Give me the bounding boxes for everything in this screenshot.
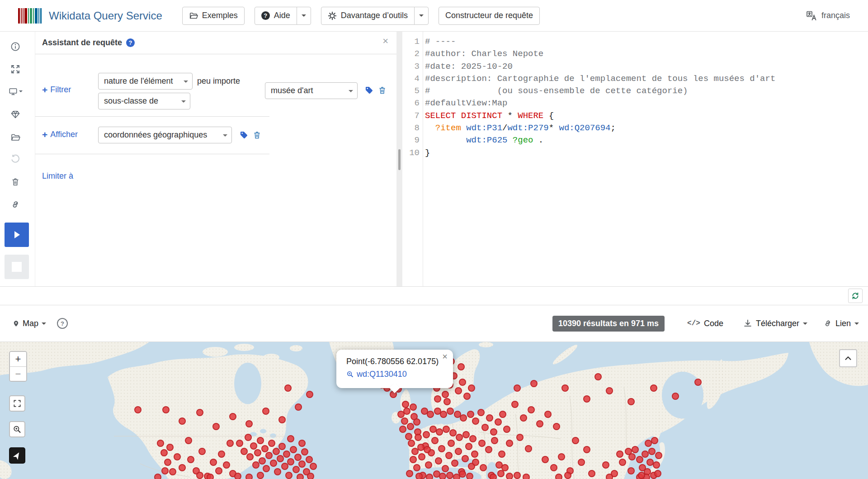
map-marker[interactable]	[307, 473, 314, 479]
map-marker[interactable]	[460, 414, 467, 422]
map-marker[interactable]	[215, 467, 222, 474]
help-dropdown-toggle[interactable]	[297, 7, 311, 25]
map-marker[interactable]	[514, 384, 521, 392]
map-marker[interactable]	[198, 448, 206, 455]
map-marker[interactable]	[154, 474, 161, 479]
map-container[interactable]: Point(-6.780556 62.0175) wd:Q1130410 × +…	[0, 341, 868, 479]
map-marker[interactable]	[274, 468, 281, 475]
locate-button[interactable]	[9, 447, 25, 464]
code-line[interactable]: 2#author: Charles Nepote	[402, 48, 868, 60]
map-marker[interactable]	[413, 464, 420, 471]
link-dropdown[interactable]: Lien	[824, 319, 859, 328]
map-marker[interactable]	[278, 443, 286, 450]
map-marker[interactable]	[550, 464, 557, 471]
map-marker[interactable]	[261, 445, 269, 452]
map-marker[interactable]	[480, 464, 487, 471]
map-marker[interactable]	[179, 417, 186, 425]
map-marker[interactable]	[469, 435, 476, 442]
map-marker[interactable]	[278, 416, 286, 423]
map-marker[interactable]	[160, 449, 168, 456]
limit-link[interactable]: Limiter à	[42, 171, 73, 180]
map-marker[interactable]	[472, 417, 479, 425]
map-marker[interactable]	[572, 437, 579, 444]
map-marker[interactable]	[399, 426, 406, 433]
map-marker[interactable]	[427, 411, 434, 418]
map-marker[interactable]	[179, 464, 186, 471]
add-filter-button[interactable]: + Filtrer	[42, 85, 71, 95]
map-marker[interactable]	[655, 452, 662, 459]
map-marker[interactable]	[544, 411, 552, 418]
filter-subclass-dropdown[interactable]: sous-classe de	[98, 93, 190, 109]
map-marker[interactable]	[431, 437, 439, 444]
map-marker[interactable]	[187, 456, 194, 463]
map-marker[interactable]	[468, 384, 475, 392]
map-marker[interactable]	[514, 472, 521, 479]
map-marker[interactable]	[448, 440, 455, 447]
map-marker[interactable]	[426, 474, 433, 479]
map-marker[interactable]	[259, 457, 266, 465]
map-marker[interactable]	[588, 470, 595, 477]
map-marker[interactable]	[462, 455, 469, 462]
map-marker[interactable]	[257, 437, 264, 444]
map-marker[interactable]	[442, 391, 449, 398]
map-marker[interactable]	[298, 460, 306, 468]
map-marker[interactable]	[481, 424, 489, 431]
tag-icon[interactable]	[365, 86, 373, 95]
map-marker[interactable]	[438, 445, 445, 452]
map-marker[interactable]	[408, 440, 415, 447]
sparql-editor[interactable]: 1# ----2#author: Charles Nepote3#date: 2…	[402, 32, 868, 286]
map-marker[interactable]	[564, 472, 571, 479]
code-line[interactable]: 8 ?item wdt:P31/wdt:P279* wd:Q207694;	[402, 122, 868, 134]
map-marker[interactable]	[287, 435, 294, 442]
map-marker[interactable]	[498, 451, 505, 458]
map-marker[interactable]	[486, 414, 493, 422]
map-marker[interactable]	[290, 446, 297, 453]
map-marker[interactable]	[229, 413, 236, 420]
map-marker[interactable]	[270, 460, 277, 467]
map-marker[interactable]	[465, 443, 472, 450]
map-marker[interactable]	[542, 456, 549, 463]
map-marker[interactable]	[169, 468, 176, 475]
map-marker[interactable]	[619, 459, 626, 466]
info-button[interactable]	[5, 38, 26, 56]
map-marker[interactable]	[594, 373, 602, 380]
map-marker[interactable]	[424, 446, 431, 453]
map-marker[interactable]	[185, 437, 192, 444]
map-marker[interactable]	[415, 434, 422, 441]
map-marker[interactable]	[425, 461, 432, 469]
map-marker[interactable]	[415, 473, 423, 479]
map-marker[interactable]	[642, 451, 649, 458]
map-marker[interactable]	[218, 451, 225, 458]
map-marker[interactable]	[490, 474, 497, 479]
map-marker[interactable]	[245, 420, 253, 427]
trash-icon[interactable]	[378, 86, 387, 95]
map-marker[interactable]	[212, 423, 220, 430]
map-marker[interactable]	[263, 465, 270, 472]
run-query-button[interactable]	[5, 223, 29, 247]
fullscreen-button[interactable]	[5, 60, 26, 78]
map-marker[interactable]	[297, 474, 304, 479]
map-marker[interactable]	[511, 401, 519, 408]
code-line[interactable]: 10}	[402, 147, 868, 159]
more-tools-dropdown-toggle[interactable]	[414, 7, 429, 25]
map-marker[interactable]	[636, 456, 643, 463]
map-marker[interactable]	[503, 426, 510, 433]
map-marker[interactable]	[451, 460, 458, 467]
map-marker[interactable]	[672, 393, 679, 400]
map-marker[interactable]	[477, 409, 485, 416]
map-marker[interactable]	[174, 453, 181, 460]
language-selector[interactable]: français	[806, 10, 850, 21]
code-line[interactable]: 3#date: 2025-10-20	[402, 61, 868, 73]
download-dropdown[interactable]: Télécharger	[743, 319, 807, 328]
map-marker[interactable]	[401, 417, 408, 425]
map-marker[interactable]	[246, 453, 254, 460]
map-marker[interactable]	[439, 473, 446, 479]
map-marker[interactable]	[606, 474, 613, 479]
map-marker[interactable]	[446, 472, 453, 479]
map-marker[interactable]	[273, 448, 280, 455]
map-marker[interactable]	[516, 434, 524, 441]
map-marker[interactable]	[443, 426, 450, 433]
stored-queries-button[interactable]	[5, 128, 26, 147]
map-marker[interactable]	[250, 442, 257, 450]
short-link-button[interactable]	[5, 195, 26, 213]
